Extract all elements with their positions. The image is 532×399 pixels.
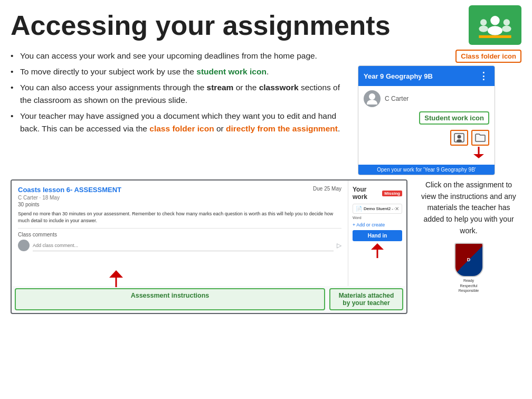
student-work-icon bbox=[454, 133, 464, 142]
svg-point-11 bbox=[458, 135, 461, 139]
commenter-avatar bbox=[18, 240, 30, 251]
dukes-text: Ready Respectful Responsible bbox=[459, 278, 479, 292]
svg-rect-7 bbox=[479, 35, 511, 37]
classroom-icon-box bbox=[469, 5, 521, 45]
assignment-due: Due 25 May bbox=[313, 186, 341, 192]
assignment-description: Spend no more than 30 minutes on your as… bbox=[18, 211, 341, 224]
assignment-date: 18 May bbox=[42, 195, 60, 201]
bullet-column: You can access your work and see your up… bbox=[11, 50, 347, 175]
avatar bbox=[364, 90, 381, 107]
teacher-row: C Carter bbox=[364, 90, 489, 107]
hand-in-arrow bbox=[353, 243, 402, 260]
svg-point-4 bbox=[479, 25, 488, 32]
hand-in-button[interactable]: Hand in bbox=[353, 230, 402, 241]
folder-icon bbox=[475, 133, 486, 142]
remove-file-button[interactable]: ✕ bbox=[395, 206, 399, 212]
assignment-teacher: C Carter bbox=[18, 195, 38, 201]
add-create-label: + Add or create bbox=[353, 222, 385, 227]
assignment-left-pane: Due 25 May Coasts lesson 6- ASSESSMENT C… bbox=[12, 180, 348, 286]
teacher-name: C Carter bbox=[385, 95, 408, 102]
assignment-header-row: Due 25 May Coasts lesson 6- ASSESSMENT bbox=[18, 186, 341, 195]
bottom-section: Due 25 May Coasts lesson 6- ASSESSMENT C… bbox=[11, 179, 521, 314]
assignment-section: Due 25 May Coasts lesson 6- ASSESSMENT C… bbox=[11, 179, 407, 314]
header: Accessing your assignments bbox=[0, 0, 532, 48]
bullet-3: You can also access your assignments thr… bbox=[11, 81, 347, 107]
classroom-header-bar: Year 9 Geography 9B ⋮ bbox=[358, 66, 495, 86]
file-item: 📄 Demo Stuent2 - C... ✕ bbox=[353, 204, 402, 214]
classroom-course-name: Year 9 Geography 9B bbox=[364, 72, 433, 80]
bullet-list: You can access your work and see your up… bbox=[11, 50, 347, 135]
classroom-svg-icon bbox=[477, 10, 514, 41]
materials-label: Materials attached by your teacher bbox=[329, 288, 403, 310]
class-folder-button[interactable] bbox=[471, 130, 489, 146]
right-note-text: Click on the assignment to view the inst… bbox=[419, 179, 519, 236]
right-column: Class folder icon Year 9 Geography 9B ⋮ … bbox=[358, 50, 521, 175]
dukes-text-ready: Ready bbox=[459, 278, 479, 283]
file-type: Word bbox=[353, 216, 402, 220]
svg-point-6 bbox=[502, 25, 511, 32]
assignment-title: Coasts lesson 6- ASSESSMENT bbox=[18, 186, 341, 194]
bullet-4: Your teacher may have assigned you a doc… bbox=[11, 110, 347, 135]
bullet-3-text: You can also access your assignments thr… bbox=[20, 83, 340, 104]
student-work-icon-highlight: student work icon bbox=[196, 67, 267, 76]
send-icon[interactable]: ▷ bbox=[337, 242, 341, 249]
file-name: Demo Stuent2 - C... bbox=[364, 206, 395, 211]
word-file-icon: 📄 bbox=[356, 206, 362, 212]
svg-point-3 bbox=[480, 19, 487, 25]
class-folder-label: Class folder icon bbox=[455, 50, 521, 63]
page-title: Accessing your assignments bbox=[11, 12, 391, 39]
svg-point-9 bbox=[367, 100, 377, 104]
avatar-icon bbox=[367, 93, 377, 104]
classroom-menu-dots[interactable]: ⋮ bbox=[479, 70, 489, 82]
student-work-label: Student work icon bbox=[419, 111, 489, 125]
bottom-labels-row: Assessment instructions Materials attach… bbox=[12, 286, 406, 313]
assignment-right-pane: Your work Missing 📄 Demo Stuent2 - C... … bbox=[348, 180, 406, 286]
bullet-2: To move directly to your subject work by… bbox=[11, 65, 347, 78]
your-work-header: Your work Missing bbox=[353, 186, 402, 201]
directly-from-assignment-highlight: directly from the assignment bbox=[226, 124, 338, 133]
dukes-logo: D Ready Respectful Responsible bbox=[419, 243, 519, 292]
comments-label: Class comments bbox=[18, 232, 341, 238]
svg-marker-15 bbox=[371, 243, 384, 250]
instructions-arrow bbox=[109, 270, 123, 289]
svg-point-1 bbox=[490, 16, 500, 25]
svg-marker-14 bbox=[473, 154, 484, 158]
add-create-row[interactable]: + Add or create bbox=[353, 222, 402, 227]
svg-marker-17 bbox=[109, 270, 123, 278]
student-work-label-container: Student work icon bbox=[364, 111, 489, 125]
comment-input-row: ▷ bbox=[18, 240, 341, 251]
svg-point-2 bbox=[488, 26, 502, 35]
red-arrow-up bbox=[371, 243, 384, 258]
bullet-4-text: Your teacher may have assigned you a doc… bbox=[20, 111, 340, 133]
dukes-text-responsible: Responsible bbox=[459, 288, 479, 293]
assignment-screenshot: Due 25 May Coasts lesson 6- ASSESSMENT C… bbox=[11, 179, 407, 314]
main-content: You can access your work and see your up… bbox=[0, 50, 532, 175]
comment-input[interactable] bbox=[33, 240, 334, 251]
dukes-shield: D bbox=[454, 243, 483, 277]
open-work-bar: Open your work for 'Year 9 Geography 9B' bbox=[358, 165, 495, 175]
class-folder-icon-highlight: class folder icon bbox=[149, 124, 214, 133]
classroom-body: C Carter Student work icon bbox=[358, 86, 495, 165]
classroom-screenshot: Year 9 Geography 9B ⋮ C Carter Student w… bbox=[358, 65, 495, 175]
svg-point-8 bbox=[369, 93, 375, 100]
missing-badge: Missing bbox=[382, 191, 402, 196]
student-work-button[interactable] bbox=[450, 130, 468, 146]
your-work-label: Your work bbox=[353, 186, 382, 201]
class-icons-row bbox=[364, 130, 489, 146]
instructions-label: Assessment instructions bbox=[15, 288, 325, 310]
svg-point-5 bbox=[504, 19, 510, 25]
red-arrow-down bbox=[468, 146, 484, 158]
svg-point-12 bbox=[457, 139, 462, 142]
bullet-1: You can access your work and see your up… bbox=[11, 50, 347, 62]
assignment-meta: C Carter · 18 May bbox=[18, 195, 341, 201]
right-note: Click on the assignment to view the inst… bbox=[416, 179, 521, 314]
instructions-red-arrow bbox=[109, 270, 123, 287]
arrow-to-folder bbox=[364, 146, 484, 160]
bullet-1-text: You can access your work and see your up… bbox=[20, 51, 317, 60]
assignment-points: 30 points bbox=[18, 202, 341, 207]
dukes-text-respectful: Respectful bbox=[459, 283, 479, 288]
comments-section: Class comments ▷ bbox=[18, 228, 341, 251]
assignment-inner: Due 25 May Coasts lesson 6- ASSESSMENT C… bbox=[12, 180, 406, 286]
class-folder-label-box: Class folder icon bbox=[455, 50, 521, 63]
bullet-2-text: To move directly to your subject work by… bbox=[20, 67, 269, 76]
